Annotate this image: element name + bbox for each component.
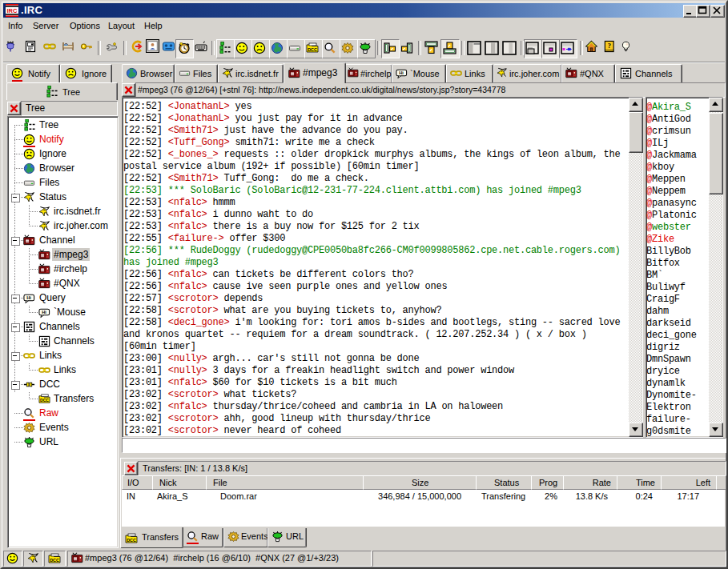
svg-text:IRC: IRC — [7, 7, 18, 14]
